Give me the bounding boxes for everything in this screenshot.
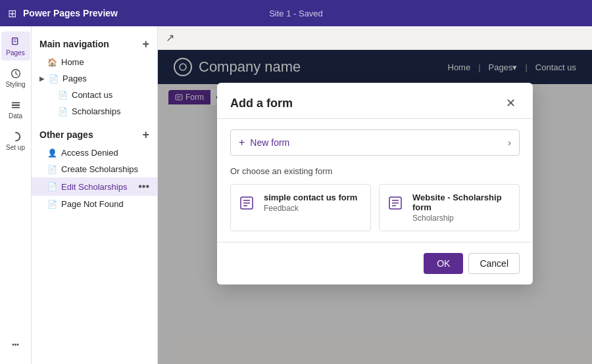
nav-pages[interactable]: Pages [1,32,30,60]
svg-rect-2 [13,41,16,42]
main-nav-header: Main navigation + [32,34,157,54]
modal-body: + New form › Or choose an existing form [217,119,533,242]
pages-label: Pages [6,49,24,57]
preview-content: Company name Home | Pages▾ | Contact us [158,50,592,364]
add-other-page[interactable]: + [142,129,149,141]
cancel-button[interactable]: Cancel [468,253,520,274]
svg-rect-6 [11,106,20,108]
home-icon: 🏠 [47,58,57,67]
form-option-name2: Website - Scholarship form [412,193,511,212]
chevron-right-icon: › [508,137,511,148]
new-form-label: New form [250,137,289,148]
page-icon: 📄 [58,107,68,116]
modal-close-button[interactable]: ✕ [502,96,520,110]
folder-icon: 📄 [49,74,59,83]
sidebar-item-scholarships[interactable]: 📄 Scholarships [32,103,157,120]
page-icon: 📄 [47,165,57,174]
form-option-icon [239,194,257,212]
form-option-text2: Website - Scholarship form Scholarship [412,193,511,223]
modal-footer: OK Cancel [217,242,533,284]
new-form-left: + New form [239,137,289,148]
ok-button[interactable]: OK [424,253,463,274]
form-option-scholarship[interactable]: Website - Scholarship form Scholarship [379,184,520,231]
page-icon: 📄 [47,182,57,191]
setup-label: Set up [6,144,25,151]
page-icon: 📄 [47,200,57,209]
form-option-sub: Feedback [264,204,357,213]
nav-styling[interactable]: Styling [1,63,30,92]
sidebar-item-pages[interactable]: ▶ 📄 Pages [32,70,157,87]
new-form-row[interactable]: + New form › [230,129,520,156]
data-label: Data [9,112,22,120]
sidebar-item-home[interactable]: 🏠 Home [32,54,157,70]
form-option-icon2 [387,194,406,212]
nav-setup[interactable]: Set up [1,126,30,155]
nav-data[interactable]: Data [1,95,30,124]
main-layout: Pages Styling Data Set up ••• Main navig… [0,26,592,364]
form-cards-row: simple contact us form Feedback [230,184,520,231]
sidebar-item-access-denied[interactable]: 👤 Access Denied [32,145,157,161]
sidebar-item-create-scholarships[interactable]: 📄 Create Scholarships [32,161,157,177]
sidebar-item-edit-scholarships[interactable]: 📄 Edit Scholarships ••• [32,177,157,196]
svg-rect-0 [12,37,17,44]
form-option-simple-contact[interactable]: simple contact us form Feedback [230,184,371,231]
person-icon: 👤 [47,148,57,158]
arrow-icon: ▶ [39,75,45,82]
preview-area: ↗ Company name Home | [158,26,592,364]
app-title: Power Pages Preview [23,8,118,18]
item-more-btn[interactable]: ••• [138,181,149,193]
save-status: Site 1 - Saved [269,9,323,18]
top-bar: ⊞ Power Pages Preview Site 1 - Saved [0,0,592,26]
svg-rect-4 [11,102,20,103]
plus-icon: + [239,137,245,148]
add-form-modal: Add a form ✕ + New form › Or choose an e… [217,83,533,284]
svg-rect-1 [13,39,16,40]
modal-title: Add a form [230,97,293,110]
icon-bar: Pages Styling Data Set up ••• [0,26,32,364]
form-option-sub2: Scholarship [412,214,511,223]
styling-label: Styling [5,81,25,88]
grid-icon: ⊞ [8,7,16,20]
other-pages-header: Other pages + [32,125,157,145]
more-button[interactable]: ••• [1,330,30,359]
sidebar-item-contact-us[interactable]: 📄 Contact us [32,87,157,103]
form-option-name: simple contact us form [264,193,357,202]
svg-rect-5 [11,104,20,106]
form-option-text: simple contact us form Feedback [264,193,357,213]
modal-overlay: Add a form ✕ + New form › Or choose an e… [158,50,592,364]
sidebar: Main navigation + 🏠 Home ▶ 📄 Pages 📄 Con… [32,26,158,364]
add-main-nav[interactable]: + [142,38,149,50]
sidebar-item-page-not-found[interactable]: 📄 Page Not Found [32,196,157,212]
page-icon: 📄 [58,91,68,100]
preview-toolbar: ↗ [158,26,592,50]
resize-icon[interactable]: ↗ [166,32,174,44]
existing-forms-label: Or choose an existing form [230,166,520,176]
modal-header: Add a form ✕ [217,83,533,119]
